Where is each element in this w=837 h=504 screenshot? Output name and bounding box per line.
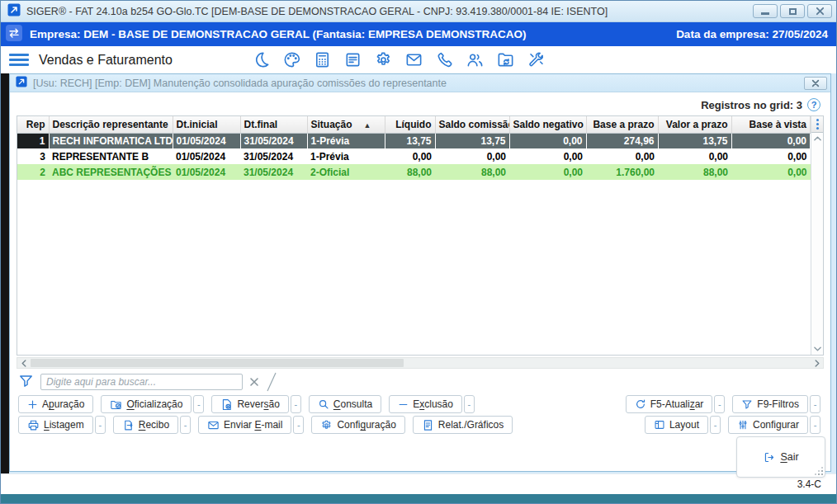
layout-icon (654, 419, 665, 431)
document-export-icon (122, 419, 135, 431)
configurar-dropdown[interactable]: - (810, 416, 820, 434)
search-input[interactable] (40, 374, 243, 390)
resize-grip[interactable] (821, 473, 823, 475)
apuracao-button[interactable]: Apuração (18, 395, 93, 413)
menu-bar: Vendas e Faturamento (1, 46, 836, 73)
listagem-dropdown[interactable]: - (95, 416, 106, 434)
file-transfer-icon[interactable] (495, 49, 517, 71)
close-icon (811, 79, 820, 87)
scroll-left-icon[interactable] (17, 358, 30, 368)
layout-button[interactable]: Layout (645, 416, 708, 434)
company-switch-icon[interactable] (6, 25, 22, 44)
mail-icon (207, 419, 220, 431)
exclusao-dropdown[interactable]: - (464, 395, 475, 413)
column-header-saldo-comissao[interactable]: Saldo comissão (435, 116, 509, 133)
vertical-scrollbar[interactable] (811, 116, 823, 355)
company-label: Empresa: DEM - BASE DE DEMONSTRACAO GERA… (30, 28, 527, 40)
gears-icon (320, 419, 333, 431)
column-options-icon[interactable] (811, 116, 823, 133)
table-row[interactable]: 2 ABC REPRESENTAÇÕES LTDA 01/05/2024 31/… (17, 164, 811, 180)
close-icon (816, 7, 825, 16)
f9-filtros-button[interactable]: F9-Filtros (732, 395, 808, 413)
column-header-valor-a-prazo[interactable]: Valor a prazo (658, 116, 731, 133)
reversao-button[interactable]: Reversão (211, 395, 288, 413)
oficializacao-dropdown[interactable]: - (193, 395, 204, 413)
calculator-icon[interactable] (312, 49, 333, 71)
restore-icon (789, 8, 797, 15)
help-icon[interactable]: ? (807, 98, 820, 111)
enviar-email-dropdown[interactable]: - (293, 416, 304, 434)
window-titlebar[interactable]: SIGER® - FAT 24.10a b254 GO-Glo.TC [DEM-… (1, 1, 836, 22)
configuracao-button[interactable]: Configuração (311, 416, 404, 434)
restore-button[interactable] (780, 4, 805, 18)
f5-atualizar-dropdown[interactable]: - (714, 395, 725, 413)
representatives-grid: Rep Descrição representante Dt.inicial D… (17, 115, 824, 356)
listagem-button[interactable]: Listagem (18, 416, 93, 434)
recibo-button[interactable]: Recibo (113, 416, 178, 434)
inner-window-titlebar[interactable]: [Usu: RECH] [Emp: DEM] Manutenção consol… (10, 74, 830, 92)
recibo-dropdown[interactable]: - (180, 416, 191, 434)
tools-icon[interactable] (526, 49, 547, 71)
inner-window-icon (16, 76, 27, 91)
column-header-descricao[interactable]: Descrição representante (49, 116, 173, 133)
scroll-right-icon[interactable] (811, 358, 823, 368)
sair-button[interactable]: Sair (763, 451, 798, 464)
column-header-liquido[interactable]: Líquido (385, 116, 435, 133)
filter-funnel-icon[interactable] (18, 373, 34, 392)
notes-icon[interactable] (343, 49, 364, 71)
settings-gear-icon[interactable] (373, 49, 395, 71)
night-mode-icon[interactable] (251, 49, 272, 71)
relat-graficos-button[interactable]: Relat./Gráficos (413, 416, 513, 434)
inner-close-button[interactable] (804, 77, 827, 90)
menu-hamburger-icon[interactable] (9, 54, 29, 66)
reversao-dropdown[interactable]: - (291, 395, 301, 413)
records-row: Registros no grid: 3 ? (17, 94, 824, 115)
f9-filtros-dropdown[interactable]: - (810, 395, 820, 413)
sair-panel: Sair (736, 436, 825, 478)
grid-header-row: Rep Descrição representante Dt.inicial D… (17, 116, 811, 133)
grid-table: Rep Descrição representante Dt.inicial D… (17, 116, 811, 180)
scroll-up-icon[interactable] (814, 133, 821, 144)
minimize-button[interactable] (753, 4, 778, 18)
column-header-rep[interactable]: Rep (17, 116, 49, 133)
printer-icon (27, 419, 40, 431)
layout-dropdown[interactable]: - (710, 416, 721, 434)
window-title: SIGER® - FAT 24.10a b254 GO-Glo.TC [DEM-… (26, 6, 747, 17)
search-icon (318, 398, 329, 410)
filter-funnel-icon (741, 398, 753, 410)
f5-atualizar-button[interactable]: F5-Atualizar (626, 395, 713, 413)
column-header-base-a-vista[interactable]: Base à vista (731, 116, 811, 133)
contacts-icon[interactable] (465, 49, 486, 71)
consulta-button[interactable]: Consulta (309, 395, 381, 413)
phone-icon[interactable] (434, 49, 456, 71)
column-header-dt-final[interactable]: Dt.final (240, 116, 307, 133)
folder-check-icon (110, 398, 122, 411)
version-code: 3.4-C (797, 478, 821, 490)
clear-search-icon[interactable] (249, 377, 259, 387)
company-bar: Empresa: DEM - BASE DE DEMONSTRACAO GERA… (1, 22, 836, 46)
exclusao-button[interactable]: Exclusão (389, 395, 462, 413)
search-row (17, 369, 824, 392)
refresh-icon (635, 398, 646, 410)
scroll-down-icon[interactable] (814, 343, 821, 355)
column-header-situacao[interactable]: Situação▲ (307, 116, 385, 133)
enviar-email-button[interactable]: Enviar E-mail (198, 416, 291, 434)
sliders-icon (737, 419, 749, 431)
hscroll-thumb[interactable] (31, 359, 404, 367)
column-header-base-a-prazo[interactable]: Base a prazo (586, 116, 658, 133)
table-row[interactable]: 1 RECH INFORMATICA LTDA 01/05/2024 31/05… (17, 133, 811, 148)
plus-icon (27, 399, 38, 410)
horizontal-scrollbar[interactable] (17, 357, 824, 369)
mail-icon[interactable] (404, 49, 425, 71)
app-window: SIGER® - FAT 24.10a b254 GO-Glo.TC [DEM-… (0, 0, 837, 504)
table-row[interactable]: 3 REPRESENTANTE B 01/05/2024 31/05/2024 … (17, 148, 811, 164)
app-icon (7, 3, 21, 20)
configurar-button[interactable]: Configurar (728, 416, 808, 434)
column-header-saldo-negativo[interactable]: Saldo negativo (509, 116, 586, 133)
mdi-area: [Usu: RECH] [Emp: DEM] Manutenção consol… (1, 73, 836, 473)
minimize-icon (761, 12, 769, 15)
oficializacao-button[interactable]: Oficialização (101, 395, 192, 413)
theme-palette-icon[interactable] (281, 49, 303, 71)
close-button[interactable] (807, 4, 832, 18)
column-header-dt-inicial[interactable]: Dt.inicial (173, 116, 240, 133)
